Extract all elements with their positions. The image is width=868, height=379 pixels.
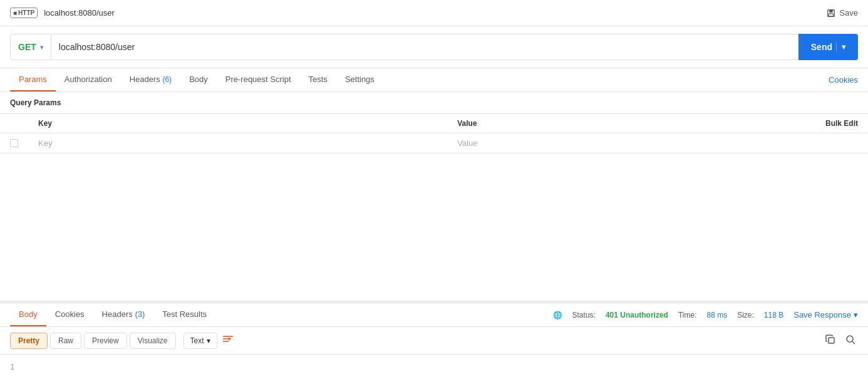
row-checkbox-cell bbox=[0, 133, 28, 153]
url-input[interactable] bbox=[51, 34, 798, 60]
top-bar-left: ■ HTTP localhost:8080/user bbox=[10, 8, 115, 18]
tab-headers[interactable]: Headers (6) bbox=[121, 68, 180, 91]
col-key-header: Key bbox=[28, 114, 447, 133]
response-headers-badge: (3) bbox=[135, 309, 145, 319]
col-check-header bbox=[0, 114, 28, 133]
save-button[interactable]: Save bbox=[827, 8, 858, 18]
globe-icon: 🌐 bbox=[553, 311, 562, 319]
svg-rect-6 bbox=[829, 338, 834, 343]
copy-button[interactable] bbox=[823, 332, 838, 349]
http-icon: ■ HTTP bbox=[10, 8, 38, 18]
top-bar-url: localhost:8080/user bbox=[44, 8, 115, 18]
method-chevron-icon: ▾ bbox=[40, 44, 43, 51]
table-row: Key Value bbox=[0, 133, 868, 153]
text-format-dropdown[interactable]: Text ▾ bbox=[183, 333, 217, 349]
tab-tests[interactable]: Tests bbox=[300, 68, 336, 91]
col-value-header: Value bbox=[447, 114, 783, 133]
row-checkbox[interactable] bbox=[10, 139, 18, 147]
raw-button[interactable]: Raw bbox=[50, 333, 81, 349]
method-label: GET bbox=[18, 42, 36, 52]
request-tabs-bar: Params Authorization Headers (6) Body Pr… bbox=[0, 68, 868, 92]
code-area: 1 bbox=[0, 355, 868, 379]
response-meta: 🌐 Status: 401 Unauthorized Time: 88 ms S… bbox=[553, 310, 858, 319]
headers-badge: (6) bbox=[162, 75, 172, 84]
time-value: 88 ms bbox=[706, 311, 727, 319]
send-chevron-icon: ▾ bbox=[836, 43, 845, 51]
copy-icon bbox=[825, 335, 835, 345]
tab-prerequest[interactable]: Pre-request Script bbox=[217, 68, 300, 91]
value-cell[interactable]: Value bbox=[447, 133, 783, 153]
line-number-1: 1 bbox=[10, 363, 14, 371]
size-value: 118 B bbox=[764, 311, 783, 319]
method-dropdown[interactable]: GET ▾ bbox=[10, 34, 51, 60]
format-bar: Pretty Raw Preview Visualize Text ▾ bbox=[0, 327, 868, 355]
response-tab-headers[interactable]: Headers (3) bbox=[93, 303, 154, 326]
wrap-lines-icon bbox=[222, 335, 234, 345]
preview-button[interactable]: Preview bbox=[84, 333, 127, 349]
request-tabs-left: Params Authorization Headers (6) Body Pr… bbox=[10, 68, 383, 91]
response-tabs-left: Body Cookies Headers (3) Test Results bbox=[10, 303, 215, 326]
svg-point-7 bbox=[847, 336, 853, 342]
response-tab-testresults[interactable]: Test Results bbox=[153, 303, 215, 326]
tab-settings[interactable]: Settings bbox=[336, 68, 383, 91]
top-bar: ■ HTTP localhost:8080/user Save bbox=[0, 0, 868, 26]
cookies-link[interactable]: Cookies bbox=[829, 69, 858, 91]
tab-params[interactable]: Params bbox=[10, 68, 56, 91]
save-response-chevron-icon: ▾ bbox=[854, 310, 858, 319]
status-value: 401 Unauthorized bbox=[606, 311, 668, 319]
svg-line-8 bbox=[852, 341, 855, 344]
actions-cell bbox=[783, 133, 868, 153]
save-icon bbox=[827, 9, 835, 18]
params-table: Key Value Bulk Edit Key Value bbox=[0, 113, 868, 153]
query-params-label: Query Params bbox=[0, 92, 868, 113]
search-button[interactable] bbox=[843, 332, 858, 349]
response-tab-body[interactable]: Body bbox=[10, 303, 46, 326]
pretty-button[interactable]: Pretty bbox=[10, 333, 48, 349]
response-area: Body Cookies Headers (3) Test Results 🌐 … bbox=[0, 303, 868, 379]
text-dropdown-chevron-icon: ▾ bbox=[207, 336, 210, 345]
send-button[interactable]: Send ▾ bbox=[798, 34, 858, 60]
query-params-section: Query Params Key Value Bulk Edit Key bbox=[0, 92, 868, 301]
tab-authorization[interactable]: Authorization bbox=[56, 68, 121, 91]
search-icon bbox=[845, 335, 855, 345]
save-response-button[interactable]: Save Response ▾ bbox=[793, 310, 858, 319]
visualize-button[interactable]: Visualize bbox=[130, 333, 176, 349]
response-tabs-bar: Body Cookies Headers (3) Test Results 🌐 … bbox=[0, 303, 868, 327]
col-bulkedit-header[interactable]: Bulk Edit bbox=[783, 114, 868, 133]
response-tab-cookies[interactable]: Cookies bbox=[46, 303, 93, 326]
request-bar: GET ▾ Send ▾ bbox=[0, 26, 868, 68]
wrap-button[interactable] bbox=[222, 335, 234, 347]
tab-body[interactable]: Body bbox=[180, 68, 217, 91]
format-bar-right bbox=[823, 332, 858, 349]
key-cell[interactable]: Key bbox=[28, 133, 447, 153]
format-bar-left: Pretty Raw Preview Visualize Text ▾ bbox=[10, 333, 234, 349]
svg-rect-1 bbox=[830, 9, 833, 12]
